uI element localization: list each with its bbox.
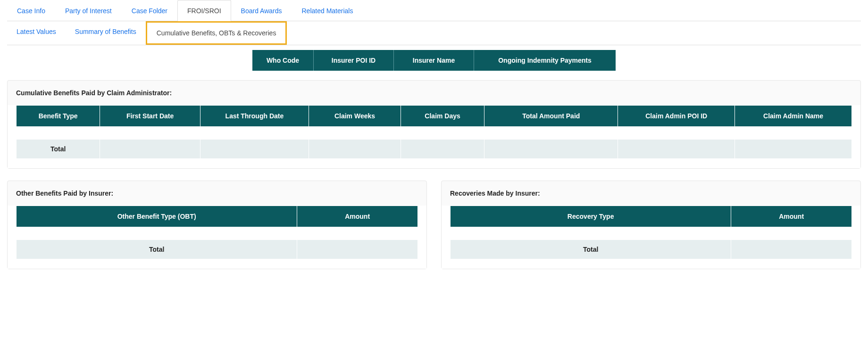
tab-froi-sroi[interactable]: FROI/SROI: [177, 0, 231, 21]
th-claim-weeks: Claim Weeks: [309, 106, 401, 126]
table-cell: [735, 127, 851, 139]
subtab-latest-values[interactable]: Latest Values: [7, 21, 66, 45]
recoveries-title: Recoveries Made by Insurer:: [442, 181, 860, 206]
table-cell: [200, 127, 309, 139]
info-header-row: Who Code Insurer POI ID Insurer Name Ong…: [7, 50, 861, 71]
info-header-insurer-name: Insurer Name: [394, 50, 474, 71]
primary-tabs: Case Info Party of Interest Case Folder …: [7, 0, 861, 21]
th-claim-admin-name: Claim Admin Name: [735, 106, 851, 126]
table-cell: [401, 127, 484, 139]
table-cell: [100, 140, 200, 158]
table-cell: [297, 240, 417, 259]
cumulative-benefits-table: Benefit Type First Start Date Last Throu…: [16, 105, 852, 159]
th-claim-days: Claim Days: [401, 106, 484, 126]
th-obt: Other Benefit Type (OBT): [17, 206, 297, 227]
secondary-tabs: Latest Values Summary of Benefits Cumula…: [7, 21, 861, 45]
cumulative-benefits-panel: Cumulative Benefits Paid by Claim Admini…: [7, 80, 861, 169]
table-cell: [17, 127, 100, 139]
other-benefits-title: Other Benefits Paid by Insurer:: [8, 181, 426, 206]
info-header-who-code: Who Code: [252, 50, 314, 71]
info-header-insurer-poi-id: Insurer POI ID: [314, 50, 394, 71]
table-cell: [731, 227, 851, 239]
recoveries-table: Recovery Type Amount Total: [450, 206, 852, 259]
table-row: [17, 227, 417, 239]
th-claim-admin-poi-id: Claim Admin POI ID: [618, 106, 734, 126]
table-cell: [17, 227, 297, 239]
tab-related-materials[interactable]: Related Materials: [292, 0, 363, 21]
table-total-row: Total: [451, 240, 851, 259]
table-cell: [484, 127, 618, 139]
table-total-row: Total: [17, 140, 851, 158]
table-cell: [200, 140, 309, 158]
tab-case-info[interactable]: Case Info: [7, 0, 55, 21]
total-label-cell: Total: [451, 240, 731, 259]
th-first-start-date: First Start Date: [100, 106, 200, 126]
subtab-cumulative[interactable]: Cumulative Benefits, OBTs & Recoveries: [146, 21, 287, 45]
th-last-through-date: Last Through Date: [200, 106, 309, 126]
table-cell: [297, 227, 417, 239]
th-amount: Amount: [297, 206, 417, 227]
info-header-ongoing: Ongoing Indemnity Payments: [474, 50, 616, 71]
tab-party-of-interest[interactable]: Party of Interest: [55, 0, 122, 21]
cumulative-benefits-title: Cumulative Benefits Paid by Claim Admini…: [8, 81, 860, 105]
th-benefit-type: Benefit Type: [17, 106, 100, 126]
subtab-summary-of-benefits[interactable]: Summary of Benefits: [66, 21, 146, 45]
table-row: [451, 227, 851, 239]
table-cell: [100, 127, 200, 139]
tab-case-folder[interactable]: Case Folder: [122, 0, 177, 21]
th-amount: Amount: [731, 206, 851, 227]
th-recovery-type: Recovery Type: [451, 206, 731, 227]
total-label-cell: Total: [17, 140, 100, 158]
tab-board-awards[interactable]: Board Awards: [231, 0, 292, 21]
other-benefits-panel: Other Benefits Paid by Insurer: Other Be…: [7, 181, 427, 269]
table-row: [17, 127, 851, 139]
table-cell: [309, 127, 401, 139]
table-cell: [309, 140, 401, 158]
table-cell: [618, 127, 734, 139]
table-cell: [401, 140, 484, 158]
table-cell: [735, 140, 851, 158]
th-total-amount-paid: Total Amount Paid: [484, 106, 618, 126]
total-label-cell: Total: [17, 240, 297, 259]
table-cell: [618, 140, 734, 158]
table-total-row: Total: [17, 240, 417, 259]
other-benefits-table: Other Benefit Type (OBT) Amount Total: [16, 206, 418, 259]
table-cell: [451, 227, 731, 239]
table-cell: [731, 240, 851, 259]
table-cell: [484, 140, 618, 158]
recoveries-panel: Recoveries Made by Insurer: Recovery Typ…: [441, 181, 861, 269]
